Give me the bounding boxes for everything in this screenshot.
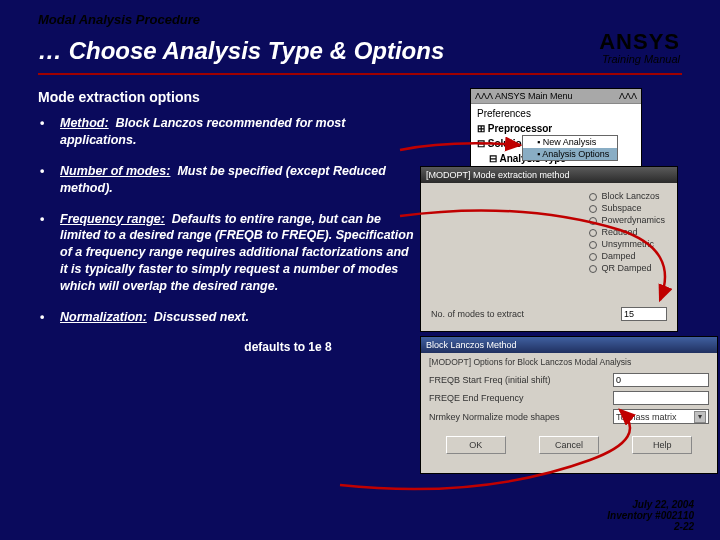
bullet-text: Discussed next. bbox=[154, 310, 249, 324]
bullet-label: Frequency range: bbox=[60, 212, 165, 226]
nrmkey-label: Nrmkey Normalize mode shapes bbox=[429, 412, 560, 422]
footer-page: 2-22 bbox=[607, 521, 694, 532]
bullet-label: Method: bbox=[60, 116, 109, 130]
option-unsymmetric[interactable]: Unsymmetric bbox=[589, 239, 665, 249]
mode-extraction-dialog: [MODOPT] Mode extraction method Block La… bbox=[420, 166, 678, 332]
defaults-note: defaults to 1e 8 bbox=[158, 340, 418, 354]
option-qr-damped[interactable]: QR Damped bbox=[589, 263, 665, 273]
footer-date: July 22, 2004 bbox=[607, 499, 694, 510]
main-menu-title: ΛΛΛ ANSYS Main Menu bbox=[475, 91, 573, 101]
freqe-input[interactable] bbox=[613, 391, 709, 405]
option-block-lanczos[interactable]: Block Lanczos bbox=[589, 191, 665, 201]
freqb-label: FREQB Start Freq (initial shift) bbox=[429, 375, 551, 385]
analysis-type-submenu: ▪ New Analysis ▪ Analysis Options bbox=[522, 135, 618, 161]
freqe-label: FREQE End Frequency bbox=[429, 393, 524, 403]
menu-item-preprocessor[interactable]: ⊞ Preprocessor bbox=[471, 121, 641, 136]
main-menu-titlebar: ΛΛΛ ANSYS Main Menu ΛΛΛ bbox=[471, 89, 641, 104]
mode-extraction-titlebar: [MODOPT] Mode extraction method bbox=[421, 167, 677, 183]
menu-item-preferences[interactable]: Preferences bbox=[471, 106, 641, 121]
nmodes-label: No. of modes to extract bbox=[431, 309, 524, 319]
main-menu-title-right: ΛΛΛ bbox=[619, 91, 637, 101]
bullet-item: Normalization: Discussed next. bbox=[38, 309, 418, 326]
freqb-input[interactable] bbox=[613, 373, 709, 387]
bullet-label: Number of modes: bbox=[60, 164, 170, 178]
option-subspace[interactable]: Subspace bbox=[589, 203, 665, 213]
bullet-item: Number of modes: Must be specified (exce… bbox=[38, 163, 418, 197]
nrmkey-dropdown[interactable]: To mass matrix ▾ bbox=[613, 409, 709, 424]
chevron-down-icon: ▾ bbox=[694, 411, 706, 423]
option-reduced[interactable]: Reduced bbox=[589, 227, 665, 237]
bullet-item: Frequency range: Defaults to entire rang… bbox=[38, 211, 418, 295]
bullet-label: Normalization: bbox=[60, 310, 147, 324]
brand-subtitle: Training Manual bbox=[599, 53, 680, 65]
page-title: … Choose Analysis Type & Options bbox=[38, 37, 444, 65]
bullet-item: Method: Block Lanczos recommended for mo… bbox=[38, 115, 418, 149]
ok-button[interactable]: OK bbox=[446, 436, 506, 454]
option-damped[interactable]: Damped bbox=[589, 251, 665, 261]
submenu-new-analysis[interactable]: ▪ New Analysis bbox=[523, 136, 617, 148]
submenu-analysis-options[interactable]: ▪ Analysis Options bbox=[523, 148, 617, 160]
brand-logo: ANSYS bbox=[599, 29, 680, 55]
nmodes-input[interactable] bbox=[621, 307, 667, 321]
option-powerdynamics[interactable]: Powerdynamics bbox=[589, 215, 665, 225]
lanczos-titlebar: Block Lanczos Method bbox=[421, 337, 717, 353]
help-button[interactable]: Help bbox=[632, 436, 692, 454]
extraction-options: Block Lanczos Subspace Powerdynamics Red… bbox=[589, 189, 665, 275]
lanczos-subtitle: [MODOPT] Options for Block Lanczos Modal… bbox=[429, 357, 709, 367]
lanczos-dialog: Block Lanczos Method [MODOPT] Options fo… bbox=[420, 336, 718, 474]
section-heading: Mode extraction options bbox=[38, 89, 418, 105]
bullet-list: Method: Block Lanczos recommended for mo… bbox=[38, 115, 418, 326]
footer-inventory: Inventory #002110 bbox=[607, 510, 694, 521]
brand-block: ANSYS Training Manual bbox=[599, 29, 680, 65]
footer: July 22, 2004 Inventory #002110 2-22 bbox=[607, 499, 694, 532]
kicker: Modal Analysis Procedure bbox=[38, 12, 682, 27]
cancel-button[interactable]: Cancel bbox=[539, 436, 599, 454]
